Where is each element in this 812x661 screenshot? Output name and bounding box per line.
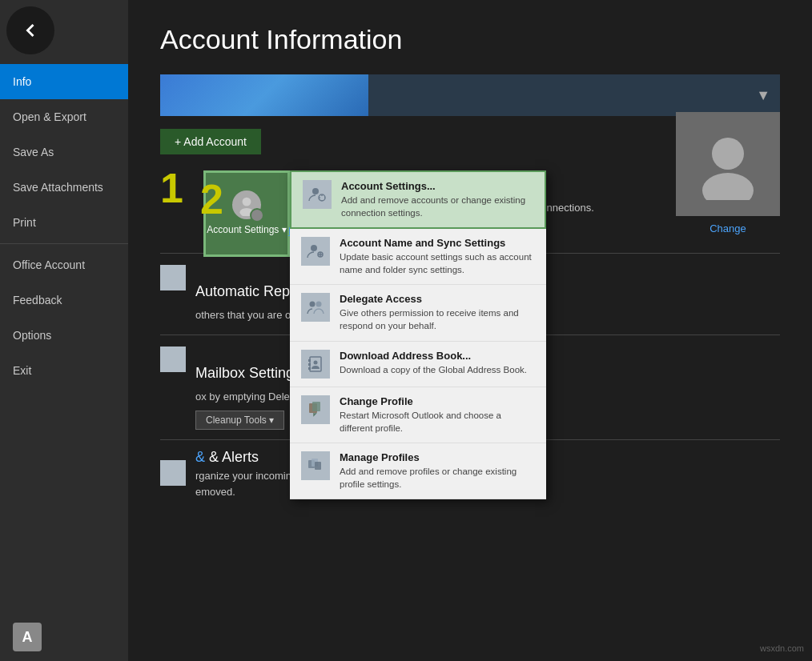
auto-replies-icon	[160, 265, 186, 290]
name-sync-icon	[301, 237, 330, 266]
dropdown-item-delegate[interactable]: Delegate Access Give others permission t…	[290, 285, 546, 341]
item2-title: Account Name and Sync Settings	[340, 237, 535, 249]
settings-btn-label: Account Settings ▾	[207, 224, 286, 237]
sidebar-item-options[interactable]: Options	[0, 318, 128, 353]
account-selector-left	[160, 74, 368, 116]
dropdown-item-name-sync[interactable]: Account Name and Sync Settings Update ba…	[290, 229, 546, 285]
dropdown-item-change-profile[interactable]: Change Profile Restart Microsoft Outlook…	[290, 387, 546, 443]
sidebar-item-save-as[interactable]: Save As	[0, 134, 128, 170]
watermark: wsxdn.com	[760, 643, 804, 653]
page-title: Account Information	[160, 24, 780, 55]
cleanup-tools-button[interactable]: Cleanup Tools ▾	[195, 411, 284, 430]
delegate-icon	[301, 293, 330, 322]
sidebar-item-save-attachments[interactable]: Save Attachments	[0, 170, 128, 205]
item5-title: Change Profile	[340, 395, 535, 407]
sidebar-item-exit[interactable]: Exit	[0, 353, 128, 388]
sidebar-item-info[interactable]: Info	[0, 64, 128, 99]
sidebar: Info Open & Export Save As Save Attachme…	[0, 0, 128, 661]
item4-desc: Download a copy of the Global Address Bo…	[340, 363, 535, 376]
sidebar-nav: Info Open & Export Save As Save Attachme…	[0, 64, 128, 388]
step2-row: 2	[200, 178, 780, 220]
manage-profiles-icon	[301, 451, 330, 480]
item6-desc: Add and remove profiles or change existi…	[340, 465, 535, 491]
item6-title: Manage Profiles	[340, 451, 535, 463]
sidebar-item-open-export[interactable]: Open & Export	[0, 99, 128, 134]
account-selector-right: ▼	[368, 74, 780, 116]
app-logo: A	[0, 613, 128, 661]
svg-point-18	[712, 138, 744, 170]
address-book-icon	[301, 350, 330, 379]
svg-rect-9	[308, 359, 311, 362]
step1-number: 1	[160, 167, 200, 209]
alerts-heading: & & Alerts	[195, 449, 259, 465]
svg-point-7	[316, 302, 322, 307]
svg-rect-10	[308, 363, 311, 366]
dropdown-item-address-book[interactable]: Download Address Book... Download a copy…	[290, 342, 546, 387]
sidebar-item-print[interactable]: Print	[0, 205, 128, 240]
item2-desc: Update basic account settings such as ac…	[340, 250, 535, 276]
logo-icon: A	[13, 623, 42, 651]
svg-rect-17	[315, 462, 321, 470]
item3-title: Delegate Access	[340, 293, 535, 305]
step2-number: 2	[200, 178, 240, 220]
sidebar-item-office-account[interactable]: Office Account	[0, 247, 128, 282]
add-account-button[interactable]: + Add Account	[160, 129, 261, 154]
svg-point-4	[311, 245, 317, 251]
alerts-icon	[160, 460, 186, 486]
item3-desc: Give others permission to receive items …	[340, 306, 535, 332]
mailbox-cleanup-icon	[160, 347, 186, 372]
svg-point-6	[310, 302, 316, 307]
item5-desc: Restart Microsoft Outlook and choose a d…	[340, 409, 535, 435]
dropdown-item-manage-profiles[interactable]: Manage Profiles Add and remove profiles …	[290, 443, 546, 499]
sidebar-divider	[0, 243, 128, 244]
svg-point-12	[314, 360, 318, 364]
sidebar-item-feedback[interactable]: Feedback	[0, 282, 128, 318]
svg-rect-14	[312, 402, 320, 411]
svg-rect-11	[308, 367, 311, 370]
add-account-label: + Add Account	[175, 135, 247, 148]
dropdown-arrow-icon: ▼	[756, 87, 770, 104]
change-profile-icon	[301, 395, 330, 424]
main-content: Account Information ▼ + Add Account 1 Ac…	[128, 0, 812, 661]
item4-title: Download Address Book...	[340, 350, 535, 362]
back-button[interactable]	[6, 6, 54, 54]
account-selector[interactable]: ▼	[160, 74, 780, 116]
